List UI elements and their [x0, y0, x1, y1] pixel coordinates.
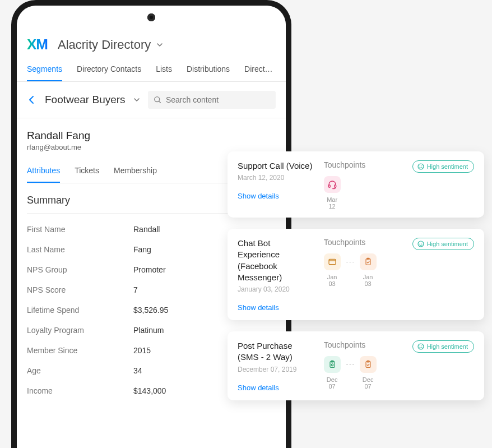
attribute-value: 34 [133, 366, 142, 375]
touchpoints-heading: Touchpoints [324, 340, 402, 349]
card-content: Post Purchase (SMS - 2 Way)December 07, … [238, 340, 314, 392]
sentiment-pill: High sentiment [412, 160, 474, 173]
contact-name: Randall Fang [27, 130, 276, 142]
svg-rect-6 [329, 259, 336, 264]
tab-direct-[interactable]: Direct… [244, 59, 273, 81]
touchpoint-icons [324, 253, 402, 270]
show-details-link[interactable]: Show details [238, 192, 279, 200]
tab-segments[interactable]: Segments [27, 59, 62, 81]
sentiment-label: High sentiment [427, 241, 468, 247]
touchpoints-heading: Touchpoints [324, 160, 402, 169]
chevron-down-icon [156, 41, 163, 48]
card-date: January 03, 2020 [238, 285, 314, 293]
primary-tabs: SegmentsDirectory ContactsListsDistribut… [17, 59, 286, 82]
sentiment-pill: High sentiment [412, 340, 474, 353]
sentiment-pill: High sentiment [412, 238, 474, 250]
touchpoint-date: Jan 03 [324, 274, 341, 287]
card-content: Chat Bot Experience (Facebook Messenger)… [238, 238, 314, 312]
segment-dropdown[interactable]: Footwear Buyers [45, 94, 140, 106]
touchpoint-connector [346, 364, 354, 365]
card-content: Support Call (Voice)March 12, 2020Show d… [238, 160, 314, 210]
svg-point-9 [418, 241, 424, 247]
headset-icon [324, 176, 341, 193]
tab-distributions[interactable]: Distributions [187, 59, 230, 81]
card-sentiment: High sentiment [412, 340, 474, 392]
card-title: Post Purchase (SMS - 2 Way) [238, 340, 314, 363]
card-touchpoints: TouchpointsMar 12 [324, 160, 402, 210]
attribute-label: NPS Group [27, 265, 133, 274]
touchpoint-date: Dec 07 [324, 376, 341, 390]
touchpoint-date: Dec 07 [360, 376, 377, 390]
clipboard-check-icon [360, 253, 377, 270]
touchpoint-connector [346, 262, 354, 262]
attribute-label: Loyalty Program [27, 326, 133, 335]
show-details-link[interactable]: Show details [238, 303, 279, 312]
svg-point-10 [419, 243, 420, 243]
attribute-label: Age [27, 366, 133, 375]
svg-point-19 [421, 345, 422, 346]
attribute-label: Income [27, 386, 133, 395]
chevron-down-icon [133, 96, 140, 103]
card-touchpoints: TouchpointsDec 07Dec 07 [324, 340, 402, 392]
attribute-value: Fang [133, 245, 151, 254]
clipboard-check-icon [360, 356, 377, 373]
tab-directory-contacts[interactable]: Directory Contacts [77, 59, 141, 81]
card-title: Chat Bot Experience (Facebook Messenger) [238, 238, 314, 283]
directory-dropdown[interactable]: Alacrity Directory [58, 38, 163, 52]
touchpoint-dates: Mar 12 [324, 196, 402, 210]
sentiment-label: High sentiment [427, 343, 468, 350]
subtab-membership[interactable]: Membership [114, 161, 157, 183]
svg-point-11 [421, 243, 422, 243]
xm-logo: XM [27, 36, 48, 53]
directory-label: Alacrity Directory [58, 38, 151, 52]
app-header: XM Alacrity Directory [17, 31, 286, 59]
search-input[interactable] [166, 95, 270, 104]
attribute-value: $3,526.95 [133, 306, 168, 315]
attribute-value: 7 [133, 285, 138, 294]
attribute-value: 2015 [133, 346, 151, 355]
subtab-attributes[interactable]: Attributes [27, 161, 60, 183]
touchpoint-card: Post Purchase (SMS - 2 Way)December 07, … [228, 331, 484, 400]
back-chevron-icon[interactable] [27, 95, 37, 105]
attribute-label: Last Name [27, 245, 133, 254]
svg-point-4 [419, 165, 420, 166]
touchpoint-dates: Jan 03Jan 03 [324, 274, 402, 287]
attribute-value: $143,000 [133, 386, 166, 395]
card-sentiment: High sentiment [412, 238, 474, 312]
attribute-label: Lifetime Spend [27, 306, 133, 315]
browser-icon [324, 253, 341, 270]
card-date: March 12, 2020 [238, 174, 314, 182]
tab-lists[interactable]: Lists [156, 59, 172, 81]
touchpoint-card: Support Call (Voice)March 12, 2020Show d… [228, 151, 484, 218]
touchpoint-cards: Support Call (Voice)March 12, 2020Show d… [228, 151, 484, 400]
touchpoint-date: Jan 03 [360, 274, 377, 287]
touchpoint-icons [324, 356, 402, 373]
svg-point-5 [421, 165, 422, 166]
svg-point-17 [418, 344, 424, 349]
search-box[interactable] [148, 91, 276, 109]
attribute-label: Member Since [27, 346, 133, 355]
subtab-tickets[interactable]: Tickets [75, 161, 99, 183]
attribute-label: NPS Score [27, 285, 133, 294]
attribute-value: Promoter [133, 265, 166, 274]
camera-dot [147, 13, 155, 21]
card-title: Support Call (Voice) [238, 160, 314, 172]
contact-email: rfang@about.me [27, 143, 276, 151]
card-touchpoints: TouchpointsJan 03Jan 03 [324, 238, 402, 312]
show-details-link[interactable]: Show details [238, 384, 279, 392]
gear-clipboard-icon [324, 356, 341, 373]
touchpoint-dates: Dec 07Dec 07 [324, 376, 402, 390]
svg-rect-1 [328, 185, 330, 188]
card-sentiment: High sentiment [412, 160, 474, 210]
attribute-label: First Name [27, 225, 133, 234]
touchpoint-icons [324, 176, 402, 193]
svg-point-3 [418, 164, 424, 169]
touchpoints-heading: Touchpoints [324, 238, 402, 247]
segment-header-row: Footwear Buyers [17, 82, 286, 118]
search-icon [154, 95, 161, 104]
card-date: December 07, 2019 [238, 366, 314, 373]
attribute-value: Platinum [133, 326, 164, 335]
svg-point-18 [419, 345, 420, 346]
touchpoint-card: Chat Bot Experience (Facebook Messenger)… [228, 229, 484, 320]
touchpoint-date: Mar 12 [324, 196, 341, 210]
